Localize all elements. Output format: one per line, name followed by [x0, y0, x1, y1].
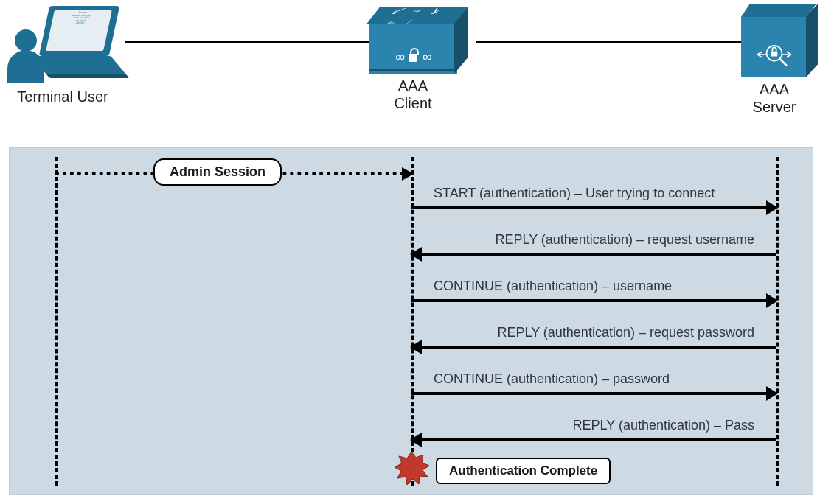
arrow-left-icon [410, 433, 422, 447]
msg-continue-username: CONTINUE (authentication) – username [411, 281, 776, 307]
svg-marker-2 [395, 452, 429, 485]
arrow-right-icon [766, 386, 778, 401]
terminal-user-icon: line oneanother config linemore text moc… [0, 0, 125, 85]
admin-session-pill: Admin Session [153, 158, 282, 186]
person-head-icon [15, 29, 37, 52]
msg-text: REPLY (authentication) – request usernam… [434, 232, 754, 248]
node-label-client: AAAClient [350, 77, 476, 112]
msg-text: CONTINUE (authentication) – username [434, 279, 754, 294]
arrow-head-icon [402, 167, 414, 181]
node-aaa-client: ↙ → ↘← ↓ ∞ ∞ AAAClient [350, 0, 476, 112]
msg-text: START (authentication) – User trying to … [434, 186, 754, 201]
arrow-left-icon [410, 340, 422, 354]
diagram-canvas: line oneanother config linemore text moc… [0, 0, 834, 504]
node-aaa-server: AAAServer [712, 0, 834, 116]
msg-reply-pass: REPLY (authentication) – Pass [411, 421, 776, 446]
authentication-complete-badge: Authentication Complete [436, 458, 611, 484]
node-label-terminal: Terminal User [0, 88, 125, 105]
lock-icon [408, 52, 418, 62]
arrow-left-icon [410, 247, 422, 262]
svg-rect-1 [771, 52, 778, 57]
laptop-icon: line oneanother config linemore text moc… [41, 6, 122, 80]
msg-continue-password: CONTINUE (authentication) – password [411, 374, 776, 399]
msg-reply-username: REPLY (authentication) – request usernam… [411, 235, 776, 260]
msg-text: CONTINUE (authentication) – password [434, 371, 754, 387]
msg-text: REPLY (authentication) – request passwor… [434, 325, 754, 340]
router-icon: ↙ → ↘← ↓ ∞ ∞ [369, 7, 457, 74]
lock-magnifier-icon [741, 39, 807, 74]
person-body-icon [7, 50, 44, 83]
starburst-icon [392, 450, 431, 489]
server-icon [741, 4, 807, 77]
topology-row: line oneanother config linemore text moc… [0, 0, 834, 125]
node-label-server: AAAServer [712, 80, 834, 116]
arrow-right-icon [766, 293, 778, 308]
sequence-panel: Admin Session START (authentication) – U… [9, 147, 813, 495]
node-terminal-user: line oneanother config linemore text moc… [0, 0, 125, 105]
msg-start: START (authentication) – User trying to … [411, 189, 776, 214]
lifeline-terminal-user [55, 157, 58, 486]
msg-reply-password: REPLY (authentication) – request passwor… [411, 328, 776, 353]
msg-text: REPLY (authentication) – Pass [434, 418, 754, 433]
arrow-right-icon [766, 200, 778, 215]
lock-chain-icon: ∞ ∞ [375, 49, 451, 65]
